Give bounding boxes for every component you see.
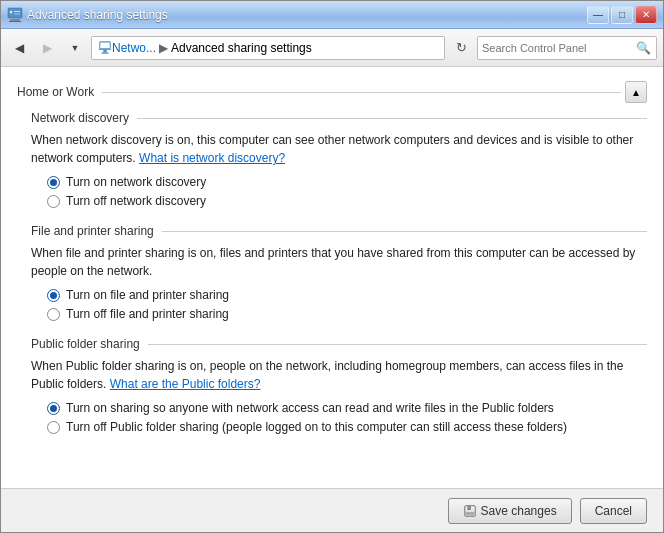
section-divider bbox=[102, 92, 621, 93]
fps-on-label: Turn on file and printer sharing bbox=[66, 288, 229, 302]
save-icon bbox=[463, 504, 477, 518]
maximize-button[interactable]: □ bbox=[611, 6, 633, 24]
fps-desc: When file and printer sharing is on, fil… bbox=[31, 244, 647, 280]
fps-subsection-divider bbox=[162, 231, 647, 232]
fps-subsection-title: File and printer sharing bbox=[31, 224, 154, 238]
save-changes-label: Save changes bbox=[481, 504, 557, 518]
refresh-button[interactable]: ↻ bbox=[449, 36, 473, 60]
pfs-off-label: Turn off Public folder sharing (people l… bbox=[66, 420, 567, 434]
file-printer-sharing-subsection: File and printer sharing When file and p… bbox=[17, 224, 647, 321]
network-discovery-desc: When network discovery is on, this compu… bbox=[31, 131, 647, 167]
fps-subsection-header: File and printer sharing bbox=[31, 224, 647, 238]
pfs-subsection-title: Public folder sharing bbox=[31, 337, 140, 351]
network-discovery-radio-group: Turn on network discovery Turn off netwo… bbox=[31, 175, 647, 208]
minimize-button[interactable]: — bbox=[587, 6, 609, 24]
svg-rect-2 bbox=[9, 21, 21, 22]
footer: Save changes Cancel bbox=[1, 488, 663, 532]
svg-rect-1 bbox=[10, 19, 20, 21]
svg-point-3 bbox=[10, 10, 13, 13]
save-changes-button[interactable]: Save changes bbox=[448, 498, 572, 524]
search-bar: 🔍 bbox=[477, 36, 657, 60]
subsection-header: Network discovery bbox=[31, 111, 647, 125]
cancel-label: Cancel bbox=[595, 504, 632, 518]
svg-rect-6 bbox=[103, 49, 107, 52]
window-icon bbox=[7, 7, 23, 23]
pfs-on-label: Turn on sharing so anyone with network a… bbox=[66, 401, 554, 415]
fps-off-radio[interactable]: Turn off file and printer sharing bbox=[47, 307, 647, 321]
window: Advanced sharing settings — □ ✕ ◀ ▶ ▼ Ne… bbox=[0, 0, 664, 533]
pfs-desc: When Public folder sharing is on, people… bbox=[31, 357, 647, 393]
title-bar: Advanced sharing settings — □ ✕ bbox=[1, 1, 663, 29]
public-folders-link[interactable]: What are the Public folders? bbox=[110, 377, 261, 391]
svg-rect-5 bbox=[99, 48, 111, 49]
home-or-work-section: Home or Work ▲ Network discovery When ne… bbox=[17, 81, 647, 434]
fps-on-indicator bbox=[47, 289, 60, 302]
svg-rect-7 bbox=[102, 52, 109, 53]
content-area: Home or Work ▲ Network discovery When ne… bbox=[1, 67, 663, 488]
forward-button[interactable]: ▶ bbox=[35, 36, 59, 60]
fps-off-label: Turn off file and printer sharing bbox=[66, 307, 229, 321]
pfs-on-radio[interactable]: Turn on sharing so anyone with network a… bbox=[47, 401, 647, 415]
close-button[interactable]: ✕ bbox=[635, 6, 657, 24]
back-button[interactable]: ◀ bbox=[7, 36, 31, 60]
pfs-off-indicator bbox=[47, 421, 60, 434]
nd-off-radio[interactable]: Turn off network discovery bbox=[47, 194, 647, 208]
search-input[interactable] bbox=[482, 42, 634, 54]
pfs-subsection-header: Public folder sharing bbox=[31, 337, 647, 351]
pfs-off-radio[interactable]: Turn off Public folder sharing (people l… bbox=[47, 420, 647, 434]
cancel-button[interactable]: Cancel bbox=[580, 498, 647, 524]
fps-off-indicator bbox=[47, 308, 60, 321]
window-title: Advanced sharing settings bbox=[27, 8, 168, 22]
nd-off-indicator bbox=[47, 195, 60, 208]
search-button[interactable]: 🔍 bbox=[634, 39, 652, 57]
breadcrumb-separator: ▶ bbox=[159, 41, 168, 55]
breadcrumb: Netwo... ▶ Advanced sharing settings bbox=[91, 36, 445, 60]
bottom-spacer bbox=[17, 450, 647, 470]
nav-bar: ◀ ▶ ▼ Netwo... ▶ Advanced sharing settin… bbox=[1, 29, 663, 67]
svg-rect-9 bbox=[467, 505, 471, 509]
breadcrumb-current: Advanced sharing settings bbox=[171, 41, 312, 55]
title-bar-left: Advanced sharing settings bbox=[7, 7, 168, 23]
title-buttons: — □ ✕ bbox=[587, 6, 657, 24]
svg-rect-10 bbox=[465, 511, 474, 515]
section-title: Home or Work bbox=[17, 85, 94, 99]
section-collapse-button[interactable]: ▲ bbox=[625, 81, 647, 103]
nd-on-indicator bbox=[47, 176, 60, 189]
breadcrumb-part1: Netwo... bbox=[112, 41, 156, 55]
network-discovery-link[interactable]: What is network discovery? bbox=[139, 151, 285, 165]
svg-rect-4 bbox=[100, 41, 111, 48]
breadcrumb-network-icon bbox=[98, 41, 112, 55]
pfs-subsection-divider bbox=[148, 344, 647, 345]
nd-on-radio[interactable]: Turn on network discovery bbox=[47, 175, 647, 189]
subsection-title: Network discovery bbox=[31, 111, 129, 125]
section-header: Home or Work ▲ bbox=[17, 81, 647, 103]
pfs-on-indicator bbox=[47, 402, 60, 415]
main-content: Home or Work ▲ Network discovery When ne… bbox=[1, 67, 663, 488]
pfs-radio-group: Turn on sharing so anyone with network a… bbox=[31, 401, 647, 434]
fps-on-radio[interactable]: Turn on file and printer sharing bbox=[47, 288, 647, 302]
network-discovery-subsection: Network discovery When network discovery… bbox=[17, 111, 647, 208]
subsection-divider bbox=[137, 118, 647, 119]
nd-off-label: Turn off network discovery bbox=[66, 194, 206, 208]
public-folder-sharing-subsection: Public folder sharing When Public folder… bbox=[17, 337, 647, 434]
recent-pages-button[interactable]: ▼ bbox=[63, 36, 87, 60]
nd-on-label: Turn on network discovery bbox=[66, 175, 206, 189]
fps-radio-group: Turn on file and printer sharing Turn of… bbox=[31, 288, 647, 321]
